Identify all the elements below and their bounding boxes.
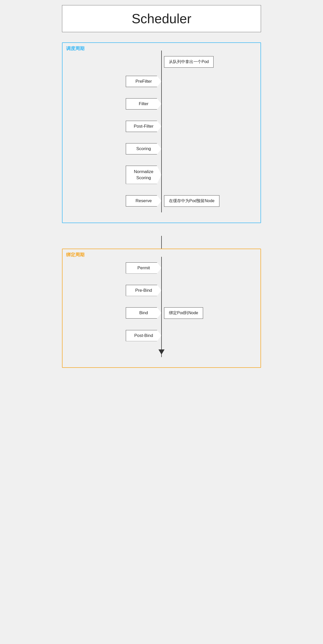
- between-cycles-line: [161, 236, 162, 249]
- bottom-arrow-container: [68, 347, 255, 357]
- step-node-area-permit: Permit: [68, 262, 162, 274]
- top-annotation-box: 从队列中拿出一个Pod: [164, 56, 214, 68]
- step-node-area-prebind: Pre-Bind: [68, 285, 162, 296]
- page-title: Scheduler: [62, 11, 261, 26]
- top-annotation-right: 从队列中拿出一个Pod: [162, 56, 255, 68]
- bind-section-content: Permit Pre-Bind Bind 绑定Pod到Node: [68, 257, 255, 357]
- reserve-node: Reserve: [126, 195, 162, 206]
- step-node-area-filter: Filter: [68, 98, 162, 110]
- bottom-arrow: [158, 349, 165, 355]
- step-node-area-postbind: Post-Bind: [68, 330, 162, 341]
- filter-node: Filter: [126, 98, 162, 110]
- schedule-section-content: 从队列中拿出一个Pod PreFilter Filter Pos: [68, 51, 255, 212]
- step-node-area-postfilter: Post-Filter: [68, 121, 162, 132]
- bind-annotation: 绑定Pod到Node: [164, 307, 203, 319]
- scoring-node: Scoring: [126, 143, 162, 154]
- title-box: Scheduler: [62, 5, 261, 32]
- permit-node: Permit: [126, 262, 162, 274]
- step-node-area-bind: Bind: [68, 307, 162, 319]
- step-row-permit: Permit: [68, 257, 255, 279]
- postbind-node: Post-Bind: [126, 330, 162, 341]
- step-row-bind: Bind 绑定Pod到Node: [68, 302, 255, 324]
- step-row-scoring: Scoring: [68, 138, 255, 160]
- reserve-annotation: 在缓存中为Pod预留Node: [164, 195, 219, 207]
- postfilter-node: Post-Filter: [126, 121, 162, 132]
- step-row-filter: Filter: [68, 93, 255, 115]
- step-row-prefilter: PreFilter: [68, 70, 255, 93]
- step-annotation-area-bind: 绑定Pod到Node: [162, 307, 255, 319]
- prebind-node: Pre-Bind: [126, 285, 162, 296]
- page-container: Scheduler 调度周期 从队列中拿出一个Pod PreFilter: [62, 5, 261, 639]
- step-row-reserve: Reserve 在缓存中为Pod预留Node: [68, 190, 255, 212]
- step-node-area-normalize: NormalizeScoring: [68, 166, 162, 184]
- bind-node: Bind: [126, 307, 162, 319]
- normalize-node: NormalizeScoring: [126, 166, 162, 184]
- prefilter-node: PreFilter: [126, 76, 162, 87]
- schedule-cycle-box: 调度周期 从队列中拿出一个Pod PreFilter Filter: [62, 42, 261, 223]
- step-node-area-prefilter: PreFilter: [68, 76, 162, 87]
- step-row-postfilter: Post-Filter: [68, 115, 255, 138]
- top-annotation-row: 从队列中拿出一个Pod: [68, 51, 255, 70]
- step-row-postbind: Post-Bind: [68, 324, 255, 347]
- step-node-area-scoring: Scoring: [68, 143, 162, 154]
- step-row-prebind: Pre-Bind: [68, 279, 255, 302]
- step-annotation-area-reserve: 在缓存中为Pod预留Node: [162, 195, 255, 207]
- bind-cycle-box: 绑定周期 Permit Pre-Bind Bind: [62, 249, 261, 368]
- step-node-area-reserve: Reserve: [68, 195, 162, 206]
- step-row-normalize: NormalizeScoring: [68, 160, 255, 190]
